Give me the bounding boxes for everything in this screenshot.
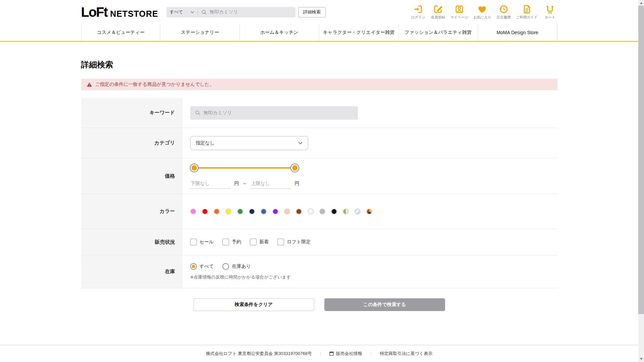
color-swatch-gray[interactable] xyxy=(319,208,325,215)
register-button[interactable]: 会員登録 xyxy=(431,4,445,20)
loft-logo[interactable]: LoFt NETSTORE xyxy=(81,5,158,20)
checkbox-loft-limited[interactable]: ロフト限定 xyxy=(277,239,311,245)
clear-conditions-button[interactable]: 検索条件をクリア xyxy=(194,298,314,311)
color-swatch-multicolor[interactable] xyxy=(366,208,372,215)
order-history-button[interactable]: 注文履歴 xyxy=(496,4,511,20)
checkbox-box xyxy=(190,239,197,245)
price-max-input[interactable] xyxy=(251,181,291,189)
nav-item-character[interactable]: キャラクター・クリエイター雑貨 xyxy=(319,24,399,41)
order-history-label: 注文履歴 xyxy=(497,15,511,20)
search-category-select[interactable]: すべて xyxy=(170,9,198,15)
checkbox-new-label: 新着 xyxy=(259,239,269,245)
nav-item-home-kitchen[interactable]: ホーム＆キッチン xyxy=(240,24,319,41)
stock-radio-group: すべて 在庫あり xyxy=(190,263,291,270)
footer-separator: ｜ xyxy=(319,351,323,357)
main-nav: コスメ＆ビューティー ステーショナリー ホーム＆キッチン キャラクター・クリエイ… xyxy=(0,24,638,42)
price-max-unit: 円 xyxy=(295,181,300,189)
register-label: 会員登録 xyxy=(431,15,445,20)
checkbox-reserve[interactable]: 予約 xyxy=(222,239,241,245)
price-slider-min-handle[interactable] xyxy=(192,165,197,171)
search-form: キーワード カテゴリ xyxy=(81,98,557,288)
chevron-down-icon xyxy=(298,142,303,144)
form-row-status: 販売状況 セール 予約 xyxy=(81,229,557,255)
color-swatch-purple[interactable] xyxy=(272,208,278,215)
login-button[interactable]: ログイン xyxy=(411,4,426,20)
scrollbar-up-arrow[interactable] xyxy=(640,2,643,4)
login-icon xyxy=(413,4,423,14)
color-swatch-navy[interactable] xyxy=(249,208,255,215)
color-swatch-brown[interactable] xyxy=(296,208,302,215)
order-history-icon xyxy=(499,4,508,14)
search-divider xyxy=(198,9,198,15)
price-label: 価格 xyxy=(81,158,182,194)
form-row-color: カラー xyxy=(81,194,557,229)
category-label: カテゴリ xyxy=(81,128,182,158)
color-swatch-pink[interactable] xyxy=(190,208,196,215)
color-swatch-blue[interactable] xyxy=(261,208,267,215)
color-swatch-white[interactable] xyxy=(308,208,314,215)
search-with-conditions-button[interactable]: この条件で検索する xyxy=(324,298,445,311)
radio-in-stock[interactable]: 在庫あり xyxy=(222,263,251,270)
keyword-input-wrap xyxy=(190,106,358,120)
price-slider-max-handle[interactable] xyxy=(292,165,298,171)
favorites-label: お気に入り xyxy=(473,15,491,20)
checkbox-box xyxy=(250,239,257,245)
mypage-icon xyxy=(454,4,464,14)
guide-icon xyxy=(522,4,532,14)
category-select[interactable]: 指定なし xyxy=(190,136,308,150)
color-swatch-gold-silver[interactable] xyxy=(343,208,349,215)
checkbox-reserve-label: 予約 xyxy=(232,239,241,245)
color-swatch-yellow[interactable] xyxy=(225,208,231,215)
header-search-input[interactable] xyxy=(210,9,292,15)
footer-link-legal[interactable]: 特定商取引法に基づく表示 xyxy=(380,351,432,357)
keyword-input[interactable] xyxy=(204,110,353,116)
cart-button[interactable]: カート xyxy=(543,4,557,20)
nav-item-fashion[interactable]: ファッション＆バラエティ雑貨 xyxy=(398,24,478,41)
stock-note: ※在庫情報の反映に時間がかかる場合がございます xyxy=(190,274,291,280)
favorites-button[interactable]: お気に入り xyxy=(473,4,491,20)
stock-label: 在庫 xyxy=(81,255,182,288)
footer-link-company-info[interactable]: 販売会社情報 xyxy=(329,351,362,357)
checkbox-sale[interactable]: セール xyxy=(190,239,214,245)
color-swatch-clear[interactable] xyxy=(355,208,361,215)
nav-item-stationery[interactable]: ステーショナリー xyxy=(160,24,240,41)
footer-link-company-info-label: 販売会社情報 xyxy=(336,351,362,357)
scrollbar-down-arrow[interactable] xyxy=(640,358,643,360)
radio-all[interactable]: すべて xyxy=(190,263,214,270)
chevron-down-icon xyxy=(191,11,194,13)
error-message-text: ご指定の条件に一致する商品が見つかりませんでした。 xyxy=(95,81,214,87)
guide-button[interactable]: ご利用ガイド xyxy=(516,4,538,20)
color-swatch-beige[interactable] xyxy=(284,208,290,215)
footer-company-text: 株式会社ロフト 東京都公安委員会 第303319700768号 xyxy=(206,351,312,357)
favorites-icon xyxy=(477,4,487,14)
footer: 株式会社ロフト 東京都公安委員会 第303319700768号 ｜ 販売会社情報… xyxy=(0,345,638,362)
nav-item-moma[interactable]: MoMA Design Store xyxy=(478,24,557,41)
search-icon xyxy=(201,9,207,15)
checkbox-box xyxy=(222,239,229,245)
form-row-stock: 在庫 すべて 在庫あり xyxy=(81,255,557,288)
checkbox-box xyxy=(277,239,284,245)
header-search-bar: すべて xyxy=(166,7,296,17)
radio-in-stock-label: 在庫あり xyxy=(232,263,251,269)
footer-link-legal-label: 特定商取引法に基づく表示 xyxy=(380,351,432,357)
price-range-tilde: ～ xyxy=(243,181,247,189)
detail-search-button[interactable]: 詳細検索 xyxy=(298,7,326,17)
color-swatch-black[interactable] xyxy=(331,208,337,215)
search-icon xyxy=(195,110,201,116)
warning-icon xyxy=(87,82,92,87)
form-row-keyword: キーワード xyxy=(81,98,557,128)
color-label: カラー xyxy=(81,194,182,229)
color-swatch-green[interactable] xyxy=(237,208,243,215)
price-min-input[interactable] xyxy=(190,181,230,189)
checkbox-loft-limited-label: ロフト限定 xyxy=(287,239,311,245)
color-swatch-orange[interactable] xyxy=(214,208,220,215)
scrollbar[interactable] xyxy=(638,0,644,362)
keyword-label: キーワード xyxy=(81,98,182,128)
status-label: 販売状況 xyxy=(81,229,182,255)
form-row-price: 価格 円 ～ xyxy=(81,158,557,194)
scrollbar-thumb[interactable] xyxy=(638,6,644,314)
mypage-button[interactable]: マイページ xyxy=(450,4,468,20)
nav-item-cosme[interactable]: コスメ＆ビューティー xyxy=(81,24,161,41)
checkbox-new[interactable]: 新着 xyxy=(250,239,269,245)
color-swatch-red[interactable] xyxy=(202,208,208,215)
